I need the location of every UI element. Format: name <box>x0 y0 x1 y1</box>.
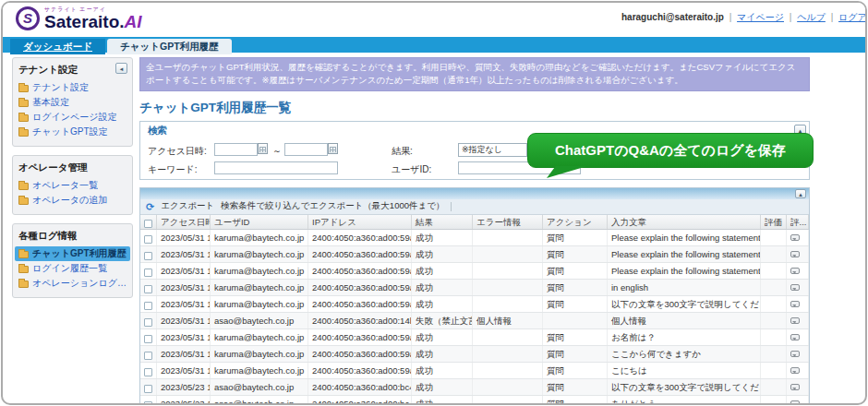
calendar-icon[interactable] <box>258 143 268 154</box>
comment-bubble-icon[interactable] <box>790 268 800 274</box>
table-header-row: アクセス日時ユーザIDIPアドレス結果エラー情報アクション入力文章評価評... <box>140 215 809 230</box>
comment-bubble-icon[interactable] <box>790 284 800 291</box>
cell-error-info <box>473 280 543 295</box>
comment-bubble-icon[interactable] <box>790 234 800 241</box>
sidebar-item[interactable]: チャットGPT設定 <box>18 125 127 139</box>
cell-rating-comment <box>787 379 809 395</box>
cell-result: 成功 <box>412 296 473 312</box>
column-header[interactable]: 入力文章 <box>608 215 761 229</box>
column-header[interactable]: アクセス日時 <box>157 215 211 229</box>
sidebar-item[interactable]: 基本設定 <box>18 95 127 110</box>
logo-s-icon: S <box>16 6 40 30</box>
row-checkbox[interactable] <box>144 385 152 393</box>
row-checkbox-cell <box>140 263 157 279</box>
cell-result: 成功 <box>412 396 473 406</box>
table-row: 2023/05/23 1...asao@baytech.co.jp2400:40… <box>140 379 809 396</box>
cell-user-id: karuma@baytech.co.jp <box>211 329 308 345</box>
cell-access-date: 2023/05/31 1... <box>157 230 211 245</box>
cell-input-text: Please explain the following statement i… <box>608 230 761 245</box>
cell-error-info <box>473 230 543 245</box>
comment-bubble-icon[interactable] <box>790 400 800 406</box>
cell-input-text: 個人情報 <box>608 313 761 328</box>
column-header[interactable]: エラー情報 <box>473 215 543 229</box>
sidebar-section: 各種ログ情報チャットGPT利用履歴ログイン履歴一覧オペレーションログ一覧 <box>12 223 133 298</box>
table-row: 2023/05/31 1...karuma@baytech.co.jp2400:… <box>140 363 809 379</box>
refresh-icon[interactable]: ⟳ <box>146 200 154 213</box>
comment-bubble-icon[interactable] <box>790 384 800 390</box>
sidebar-item[interactable]: ログインページ設定 <box>18 110 127 125</box>
row-checkbox[interactable] <box>144 235 152 244</box>
comment-bubble-icon[interactable] <box>790 301 800 307</box>
comment-bubble-icon[interactable] <box>790 367 800 374</box>
cell-access-date: 2023/05/31 1... <box>157 329 211 345</box>
cell-rating <box>761 296 787 312</box>
cell-action: 質問 <box>543 296 608 312</box>
sidebar-item[interactable]: テナント設定 <box>18 80 127 95</box>
sidebar-item-label: ログインページ設定 <box>32 110 116 125</box>
access-date-from-input[interactable] <box>214 143 258 156</box>
row-checkbox[interactable] <box>144 285 152 293</box>
sidebar-section: オペレータ管理オペレータ一覧オペレータの追加 <box>12 155 133 215</box>
calendar-icon[interactable] <box>328 143 338 154</box>
cell-error-info <box>473 379 543 395</box>
sidebar-collapse-button[interactable]: ◂ <box>115 63 127 74</box>
column-header[interactable]: 結果 <box>412 215 473 229</box>
sidebar-item[interactable]: オペレータの追加 <box>18 193 127 208</box>
sidebar-item[interactable]: チャットGPT利用履歴 <box>15 246 130 261</box>
sidebar-item[interactable]: オペレータ一覧 <box>18 178 127 193</box>
comment-bubble-icon[interactable] <box>790 351 800 357</box>
logout-link[interactable]: ログアウト <box>838 12 865 22</box>
row-checkbox[interactable] <box>144 318 152 327</box>
row-checkbox[interactable] <box>144 401 152 405</box>
row-checkbox[interactable] <box>144 252 152 260</box>
row-checkbox[interactable] <box>144 352 152 360</box>
tab-chatgpt-usage-history[interactable]: チャットGPT利用履歴 <box>107 39 232 54</box>
keyword-label: キーワード: <box>148 163 197 176</box>
header-checkbox-cell <box>140 215 157 229</box>
app-window: S サテライト エーアイ Sateraito.AI haraguchi@sate… <box>1 1 867 405</box>
sidebar-item-label: オペレータの追加 <box>32 193 107 208</box>
date-range-separator: ～ <box>272 145 282 158</box>
keyword-input[interactable] <box>214 161 338 174</box>
export-button[interactable]: エクスポート <box>161 200 214 212</box>
comment-bubble-icon[interactable] <box>790 334 800 340</box>
column-header[interactable]: 評価 <box>761 215 787 229</box>
row-checkbox-cell <box>140 230 157 245</box>
comment-bubble-icon[interactable] <box>790 317 800 324</box>
mypage-link[interactable]: マイページ <box>737 12 784 22</box>
row-checkbox[interactable] <box>144 302 152 310</box>
sidebar-item-label: ログイン履歴一覧 <box>32 261 107 276</box>
comment-bubble-icon[interactable] <box>790 251 800 257</box>
list-collapse-button[interactable]: ▴ <box>795 189 806 198</box>
folder-icon <box>18 183 29 190</box>
sidebar-item-label: チャットGPT設定 <box>32 125 108 139</box>
cell-result: 成功 <box>412 363 473 378</box>
cell-ip-address: 2400:4050:a360:ad00:59a9:cc56... <box>308 296 412 312</box>
help-link[interactable]: ヘルプ <box>797 12 826 22</box>
cell-ip-address: 2400:4050:a360:ad00:59a9:cc56... <box>308 329 412 345</box>
cell-user-id: karuma@baytech.co.jp <box>211 280 308 295</box>
tab-dashboard[interactable]: ダッシュボード <box>10 39 105 54</box>
access-date-to-input[interactable] <box>284 143 328 156</box>
column-header[interactable]: 評... <box>787 215 809 229</box>
sidebar-section-title: 各種ログ情報 <box>18 230 127 243</box>
column-header[interactable]: IPアドレス <box>308 215 412 229</box>
select-all-checkbox[interactable] <box>144 220 152 228</box>
sidebar-item[interactable]: オペレーションログ一覧 <box>18 276 127 291</box>
cell-input-text: Please explain the following statement i… <box>608 246 761 262</box>
cell-access-date: 2023/05/31 1... <box>157 280 211 295</box>
column-header[interactable]: アクション <box>543 215 608 229</box>
filtered-export-button[interactable]: 検索条件で絞り込んでエクスポート（最大1000件まで） <box>221 200 444 212</box>
row-checkbox[interactable] <box>144 269 152 277</box>
sidebar-section-title: テナント設定◂ <box>18 64 127 77</box>
cell-access-date: 2023/05/31 1... <box>157 313 211 328</box>
sidebar-section: テナント設定◂テナント設定基本設定ログインページ設定チャットGPT設定 <box>12 57 133 147</box>
cell-rating-comment <box>787 280 809 295</box>
row-checkbox[interactable] <box>144 335 152 343</box>
cell-result: 成功 <box>412 329 473 345</box>
cell-input-text: 以下の文章を300文字で説明してください。今日月末なので月次申請... <box>608 296 761 312</box>
cell-rating-comment <box>787 263 809 279</box>
row-checkbox[interactable] <box>144 368 152 376</box>
column-header[interactable]: ユーザID <box>211 215 308 229</box>
sidebar-item[interactable]: ログイン履歴一覧 <box>18 261 127 276</box>
